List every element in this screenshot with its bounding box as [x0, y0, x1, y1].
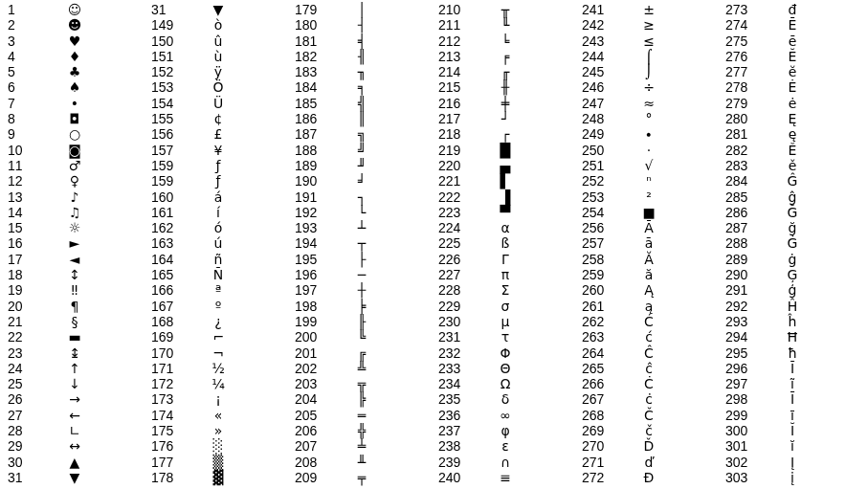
- code-glyph: §: [46, 314, 103, 329]
- code-number: 200: [295, 329, 333, 345]
- code-glyph: Ü: [189, 96, 247, 111]
- code-glyph: ╧: [333, 438, 390, 454]
- code-number: 209: [295, 470, 333, 485]
- code-number: 165: [151, 267, 189, 282]
- code-number: 166: [151, 282, 189, 298]
- code-glyph: ▀: [477, 205, 534, 220]
- code-number: 256: [582, 220, 620, 235]
- code-glyph: ╤: [333, 470, 390, 485]
- char-table-page: 1☺2☻3♥4♦5♣6♠7•8◘9○10◙11♂12♀13♪14♫15☼16►1…: [0, 0, 868, 489]
- code-number: 279: [725, 96, 764, 111]
- code-number: 283: [725, 158, 764, 173]
- code-number: 213: [438, 49, 477, 64]
- code-number: 226: [438, 252, 477, 267]
- code-glyph: φ: [477, 423, 534, 438]
- code-glyph: ╚: [333, 329, 390, 345]
- code-glyph: √: [620, 158, 678, 173]
- code-glyph: ♦: [46, 49, 103, 64]
- code-number: 154: [151, 96, 189, 111]
- code-glyph: ♥: [46, 33, 103, 49]
- code-number: 7: [8, 96, 46, 111]
- code-number: 232: [438, 345, 477, 361]
- code-number: 205: [295, 408, 333, 423]
- code-glyph: ┘: [477, 111, 534, 126]
- code-glyph: Ę: [764, 111, 821, 126]
- code-number: 222: [438, 189, 477, 205]
- code-glyph: Ć: [620, 314, 678, 329]
- code-glyph: Ĥ: [764, 299, 821, 314]
- code-glyph: ģ: [764, 282, 821, 298]
- column-3: 179│180┤181╡182╢183╖184╕185╣186║187╗188╝…: [295, 2, 390, 485]
- code-glyph: ♫: [46, 205, 103, 220]
- code-number: 19: [8, 282, 46, 298]
- code-glyph: →: [46, 391, 103, 407]
- code-number: 273: [725, 2, 764, 17]
- code-glyph: █: [477, 143, 534, 158]
- code-number: 186: [295, 111, 333, 126]
- code-number: 291: [725, 282, 764, 298]
- code-number: 263: [582, 329, 620, 345]
- code-glyph: ╖: [333, 64, 390, 79]
- code-number: 229: [438, 299, 477, 314]
- code-number: 294: [725, 329, 764, 345]
- code-number: 247: [582, 96, 620, 111]
- code-glyph: »: [189, 423, 247, 438]
- code-glyph: ╓: [477, 64, 534, 79]
- code-glyph: £: [189, 126, 247, 142]
- code-number: 204: [295, 391, 333, 407]
- code-number: 243: [582, 33, 620, 49]
- code-number: 153: [151, 79, 189, 95]
- code-glyph: Į: [764, 455, 821, 470]
- code-number: 249: [582, 126, 620, 142]
- code-number: 152: [151, 64, 189, 79]
- code-number: 14: [8, 205, 46, 220]
- code-glyph: ±: [620, 2, 678, 17]
- code-glyph: ▄: [477, 158, 534, 173]
- code-number: 28: [8, 423, 46, 438]
- code-number: 280: [725, 111, 764, 126]
- code-glyph: ù: [189, 49, 247, 64]
- code-glyph: Ħ: [764, 329, 821, 345]
- code-glyph: ╨: [333, 455, 390, 470]
- code-number: 183: [295, 64, 333, 79]
- code-number: 18: [8, 267, 46, 282]
- code-number: 159: [151, 173, 189, 189]
- code-number: 245: [582, 64, 620, 79]
- code-number: 259: [582, 267, 620, 282]
- code-number: 258: [582, 252, 620, 267]
- code-glyph: ░: [189, 438, 247, 454]
- code-number: 9: [8, 126, 46, 142]
- code-glyph: ╦: [333, 376, 390, 391]
- code-glyph: Ā: [620, 220, 678, 235]
- code-glyph: ė: [764, 96, 821, 111]
- code-number: 276: [725, 49, 764, 64]
- code-number: 253: [582, 189, 620, 205]
- code-glyph: ġ: [764, 252, 821, 267]
- code-glyph: Ď: [620, 438, 678, 454]
- code-glyph: Ω: [477, 376, 534, 391]
- code-glyph: ½: [189, 361, 247, 376]
- code-glyph: ·: [620, 143, 678, 158]
- code-glyph: Ċ: [620, 376, 678, 391]
- code-number: 231: [438, 329, 477, 345]
- code-number: 23: [8, 345, 46, 361]
- code-glyph: ⁿ: [620, 173, 678, 189]
- code-number: 5: [8, 64, 46, 79]
- code-glyph: ▼: [189, 2, 247, 17]
- code-glyph: ≡: [477, 470, 534, 485]
- code-number: 160: [151, 189, 189, 205]
- code-glyph: ¿: [189, 314, 247, 329]
- code-number: 216: [438, 96, 477, 111]
- code-glyph: Đ: [620, 470, 678, 485]
- code-glyph: ¬: [189, 345, 247, 361]
- code-glyph: ĭ: [764, 438, 821, 454]
- code-glyph: ↨: [46, 345, 103, 361]
- code-glyph: ĉ: [620, 361, 678, 376]
- code-number: 8: [8, 111, 46, 126]
- code-number: 4: [8, 49, 46, 64]
- code-glyph: ╕: [333, 79, 390, 95]
- code-glyph: ę: [764, 126, 821, 142]
- code-number: 27: [8, 408, 46, 423]
- code-number: 197: [295, 282, 333, 298]
- code-number: 180: [295, 17, 333, 33]
